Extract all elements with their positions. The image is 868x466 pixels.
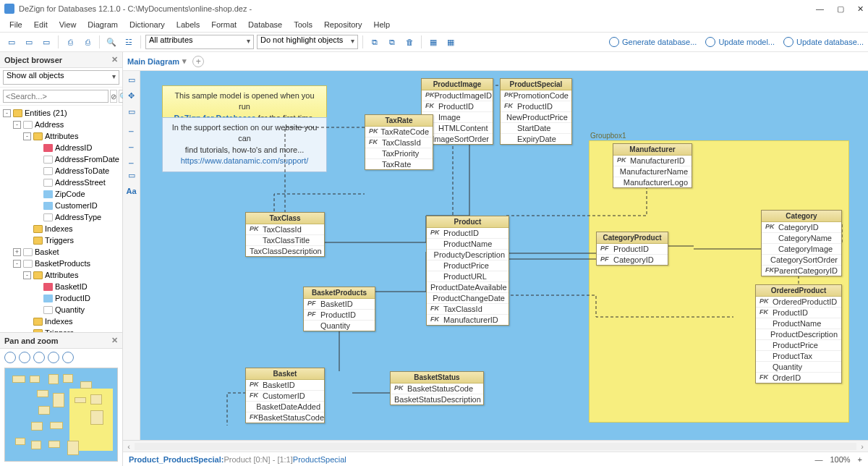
panzoom-close-icon[interactable]: ✕ [111,336,118,345]
tab-main-diagram[interactable]: Main Diagram ▾ [127,56,187,66]
menu-file[interactable]: File [4,19,27,30]
print-icon[interactable]: ⎙ [63,35,77,49]
move-tool-icon[interactable]: ✥ [126,90,137,101]
tree-item[interactable]: Triggers [0,234,122,246]
tree-item[interactable]: AddressToDate [0,165,122,177]
minimap[interactable] [4,368,118,462]
update-database-button[interactable]: Update database... [783,37,864,47]
attr-icon [43,156,53,164]
attributes-select[interactable]: All attributes [145,35,254,49]
menu-diagram[interactable]: Diagram [82,19,123,30]
update-model-button[interactable]: Update model... [705,37,775,47]
tree-item[interactable]: +Basket [0,246,122,258]
key-prefix: FK [760,373,773,382]
copy-icon[interactable]: ⧉ [367,35,382,49]
zoom-out-button[interactable]: — [814,455,822,464]
entity-orderedproduct[interactable]: OrderedProductPKOrderedProductIDFKProduc… [755,284,842,384]
collapse-icon[interactable]: - [23,271,31,279]
entity-tool-icon[interactable]: ▭ [126,106,137,117]
zoom-100-icon[interactable] [48,352,59,363]
entity-basket[interactable]: BasketPKBasketIDFKCustomerIDBasketDateAd… [245,368,325,423]
entity-manufacturer[interactable]: ManufacturerPKManufacturerIDManufacturer… [613,143,692,188]
align-icon[interactable]: ▦ [426,35,441,49]
relation2-tool-icon[interactable]: ⎯ [126,137,137,149]
tree-item[interactable]: CustomerID [0,200,122,211]
print-preview-icon[interactable]: ⎙ [80,35,95,49]
tree-item[interactable]: Indexes [0,223,122,234]
tree-item[interactable]: -BasketProducts [0,258,122,269]
clear-search-icon[interactable]: ⊘ [110,90,117,103]
tree-item[interactable]: Quantity [0,304,122,315]
diagram-canvas[interactable]: Groupbox1 This sample model is opened wh… [140,71,868,440]
close-button[interactable]: ✕ [857,4,864,14]
collapse-icon[interactable]: - [3,109,11,117]
highlight-select[interactable]: Do not highlight objects [257,35,358,49]
collapse-icon[interactable]: - [13,260,21,268]
support-link[interactable]: https://www.datanamic.com/support/ [181,156,309,165]
search-icon[interactable]: 🔍 [104,35,119,49]
attr-name: ProductID [613,245,649,253]
menu-repository[interactable]: Repository [319,19,367,30]
tree-item[interactable]: -Attributes [0,269,122,281]
entity-basketproducts[interactable]: BasketProductsPFBasketIDPFProductIDQuant… [303,287,375,331]
add-tab-button[interactable]: + [192,56,204,67]
tree-item[interactable]: -Entities (21) [0,107,122,119]
maximize-button[interactable]: ▢ [837,4,844,14]
new-icon[interactable]: ▭ [4,35,19,49]
delete-icon[interactable]: 🗑 [402,35,417,49]
note-support[interactable]: In the support section on our website yo… [162,117,327,172]
relation1-tool-icon[interactable]: ⎯ [126,122,137,133]
entity-taxclass[interactable]: TaxClassPKTaxClassIdTaxClassTitleTaxClas… [245,212,325,257]
tree-item[interactable]: AddressID [0,142,122,153]
note-tool-icon[interactable]: ▭ [126,169,137,181]
tree-item[interactable]: AddressStreet [0,177,122,188]
pointer-tool-icon[interactable]: ▭ [126,74,137,85]
settings-icon[interactable]: ☳ [122,35,136,49]
menu-view[interactable]: View [54,19,82,30]
zoom-region-icon[interactable] [62,352,74,363]
entity-productspecial[interactable]: ProductSpecialPKPromotionCodeFKProductID… [500,78,572,145]
tree-item[interactable]: -Attributes [0,130,122,142]
open-icon[interactable]: ▭ [22,35,36,49]
distribute-icon[interactable]: ▦ [443,35,458,49]
menu-edit[interactable]: Edit [29,19,53,30]
menu-database[interactable]: Database [243,19,287,30]
entity-basketstatus[interactable]: BasketStatusPKBasketStatusCodeBasketStat… [390,371,484,405]
entity-taxrate[interactable]: TaxRatePKTaxRateCodeFKTaxClassIdTaxPrior… [365,114,433,170]
menu-dictionary[interactable]: Dictionary [124,19,170,30]
zoom-in-button[interactable]: + [858,455,862,464]
tree-item[interactable]: ZipCode [0,188,122,200]
zoom-fit-icon[interactable] [33,352,45,363]
tree-item[interactable]: ProductID [0,292,122,304]
menu-labels[interactable]: Labels [171,19,205,30]
menu-help[interactable]: Help [368,19,395,30]
text-tool-icon[interactable]: Aa [126,185,137,197]
tree-item[interactable]: AddressFromDate [0,153,122,165]
panel-close-icon[interactable]: ✕ [111,55,118,64]
menu-tools[interactable]: Tools [289,19,318,30]
save-icon[interactable]: ▭ [39,35,54,49]
tree-item[interactable]: Triggers [0,327,122,332]
zoom-in-icon[interactable] [4,352,16,363]
collapse-icon[interactable]: - [13,121,21,129]
tree-item[interactable]: AddressType [0,211,122,223]
tree-item[interactable]: BasketID [0,281,122,292]
zoom-out-icon[interactable] [19,352,30,363]
search-input[interactable] [3,90,109,103]
show-objects-select[interactable]: Show all objects [3,70,119,85]
paste-icon[interactable]: ⧉ [385,35,399,49]
menu-format[interactable]: Format [206,19,242,30]
generate-database-button[interactable]: Generate database... [609,37,697,47]
collapse-icon[interactable]: - [23,132,31,140]
horizontal-scrollbar[interactable]: ‹› [123,440,868,452]
minimize-button[interactable]: — [816,4,824,14]
relation3-tool-icon[interactable]: ⎯ [126,153,137,165]
expand-icon[interactable]: + [13,248,21,256]
tree-item[interactable]: Indexes [0,315,122,327]
tree-item[interactable]: -Address [0,119,122,130]
entity-category[interactable]: CategoryPKCategoryIDCategoryNameCategory… [761,210,842,276]
object-tree[interactable]: -Entities (21)-Address-AttributesAddress… [0,106,122,332]
entity-categoryproduct[interactable]: CategoryProductPFProductIDPFCategoryID [596,232,668,266]
entity-title: ProductImage [422,79,493,90]
entity-product[interactable]: ProductPKProductIDProductNameProductyDes… [426,216,509,326]
